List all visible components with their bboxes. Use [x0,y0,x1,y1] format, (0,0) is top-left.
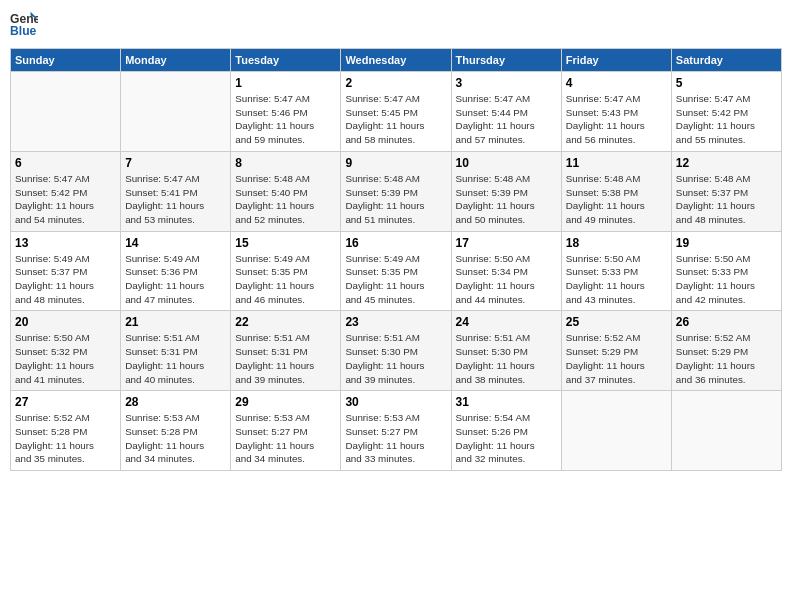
day-number: 23 [345,315,446,329]
day-number: 2 [345,76,446,90]
calendar-day-cell: 14Sunrise: 5:49 AM Sunset: 5:36 PM Dayli… [121,231,231,311]
day-info: Sunrise: 5:49 AM Sunset: 5:37 PM Dayligh… [15,252,116,307]
calendar-day-cell [561,391,671,471]
day-info: Sunrise: 5:47 AM Sunset: 5:45 PM Dayligh… [345,92,446,147]
calendar-header-row: SundayMondayTuesdayWednesdayThursdayFrid… [11,49,782,72]
calendar-day-cell: 22Sunrise: 5:51 AM Sunset: 5:31 PM Dayli… [231,311,341,391]
day-number: 1 [235,76,336,90]
day-info: Sunrise: 5:52 AM Sunset: 5:29 PM Dayligh… [676,331,777,386]
day-number: 16 [345,236,446,250]
page-header: General Blue [10,10,782,38]
day-info: Sunrise: 5:53 AM Sunset: 5:27 PM Dayligh… [235,411,336,466]
day-info: Sunrise: 5:52 AM Sunset: 5:29 PM Dayligh… [566,331,667,386]
day-number: 29 [235,395,336,409]
calendar-day-cell: 13Sunrise: 5:49 AM Sunset: 5:37 PM Dayli… [11,231,121,311]
calendar-day-cell: 16Sunrise: 5:49 AM Sunset: 5:35 PM Dayli… [341,231,451,311]
calendar-day-cell [121,72,231,152]
svg-text:Blue: Blue [10,24,37,38]
day-number: 22 [235,315,336,329]
day-header-tuesday: Tuesday [231,49,341,72]
calendar-day-cell: 6Sunrise: 5:47 AM Sunset: 5:42 PM Daylig… [11,151,121,231]
calendar-day-cell: 24Sunrise: 5:51 AM Sunset: 5:30 PM Dayli… [451,311,561,391]
day-number: 20 [15,315,116,329]
day-info: Sunrise: 5:47 AM Sunset: 5:42 PM Dayligh… [15,172,116,227]
day-number: 11 [566,156,667,170]
calendar-day-cell: 4Sunrise: 5:47 AM Sunset: 5:43 PM Daylig… [561,72,671,152]
calendar-day-cell: 9Sunrise: 5:48 AM Sunset: 5:39 PM Daylig… [341,151,451,231]
calendar-day-cell: 29Sunrise: 5:53 AM Sunset: 5:27 PM Dayli… [231,391,341,471]
calendar-day-cell: 23Sunrise: 5:51 AM Sunset: 5:30 PM Dayli… [341,311,451,391]
day-info: Sunrise: 5:51 AM Sunset: 5:30 PM Dayligh… [345,331,446,386]
day-number: 26 [676,315,777,329]
calendar-day-cell: 27Sunrise: 5:52 AM Sunset: 5:28 PM Dayli… [11,391,121,471]
calendar-day-cell: 5Sunrise: 5:47 AM Sunset: 5:42 PM Daylig… [671,72,781,152]
calendar-day-cell: 1Sunrise: 5:47 AM Sunset: 5:46 PM Daylig… [231,72,341,152]
day-number: 7 [125,156,226,170]
day-info: Sunrise: 5:47 AM Sunset: 5:44 PM Dayligh… [456,92,557,147]
calendar-table: SundayMondayTuesdayWednesdayThursdayFrid… [10,48,782,471]
day-header-monday: Monday [121,49,231,72]
day-info: Sunrise: 5:53 AM Sunset: 5:28 PM Dayligh… [125,411,226,466]
day-header-saturday: Saturday [671,49,781,72]
day-header-wednesday: Wednesday [341,49,451,72]
day-info: Sunrise: 5:52 AM Sunset: 5:28 PM Dayligh… [15,411,116,466]
day-number: 6 [15,156,116,170]
day-info: Sunrise: 5:48 AM Sunset: 5:38 PM Dayligh… [566,172,667,227]
logo-icon: General Blue [10,10,38,38]
calendar-day-cell: 26Sunrise: 5:52 AM Sunset: 5:29 PM Dayli… [671,311,781,391]
calendar-day-cell: 2Sunrise: 5:47 AM Sunset: 5:45 PM Daylig… [341,72,451,152]
day-number: 9 [345,156,446,170]
day-number: 13 [15,236,116,250]
day-number: 8 [235,156,336,170]
calendar-day-cell: 11Sunrise: 5:48 AM Sunset: 5:38 PM Dayli… [561,151,671,231]
calendar-day-cell: 30Sunrise: 5:53 AM Sunset: 5:27 PM Dayli… [341,391,451,471]
calendar-day-cell [671,391,781,471]
day-info: Sunrise: 5:47 AM Sunset: 5:42 PM Dayligh… [676,92,777,147]
day-number: 12 [676,156,777,170]
day-info: Sunrise: 5:50 AM Sunset: 5:33 PM Dayligh… [566,252,667,307]
day-number: 14 [125,236,226,250]
day-info: Sunrise: 5:50 AM Sunset: 5:34 PM Dayligh… [456,252,557,307]
day-info: Sunrise: 5:53 AM Sunset: 5:27 PM Dayligh… [345,411,446,466]
day-number: 10 [456,156,557,170]
day-info: Sunrise: 5:51 AM Sunset: 5:30 PM Dayligh… [456,331,557,386]
day-number: 30 [345,395,446,409]
day-info: Sunrise: 5:54 AM Sunset: 5:26 PM Dayligh… [456,411,557,466]
calendar-week-3: 13Sunrise: 5:49 AM Sunset: 5:37 PM Dayli… [11,231,782,311]
calendar-week-5: 27Sunrise: 5:52 AM Sunset: 5:28 PM Dayli… [11,391,782,471]
day-info: Sunrise: 5:48 AM Sunset: 5:40 PM Dayligh… [235,172,336,227]
calendar-day-cell: 8Sunrise: 5:48 AM Sunset: 5:40 PM Daylig… [231,151,341,231]
day-number: 4 [566,76,667,90]
day-number: 24 [456,315,557,329]
day-info: Sunrise: 5:50 AM Sunset: 5:32 PM Dayligh… [15,331,116,386]
day-info: Sunrise: 5:50 AM Sunset: 5:33 PM Dayligh… [676,252,777,307]
day-header-sunday: Sunday [11,49,121,72]
day-number: 15 [235,236,336,250]
day-info: Sunrise: 5:51 AM Sunset: 5:31 PM Dayligh… [235,331,336,386]
day-info: Sunrise: 5:51 AM Sunset: 5:31 PM Dayligh… [125,331,226,386]
calendar-day-cell: 19Sunrise: 5:50 AM Sunset: 5:33 PM Dayli… [671,231,781,311]
day-header-thursday: Thursday [451,49,561,72]
day-info: Sunrise: 5:47 AM Sunset: 5:43 PM Dayligh… [566,92,667,147]
calendar-day-cell: 3Sunrise: 5:47 AM Sunset: 5:44 PM Daylig… [451,72,561,152]
day-number: 5 [676,76,777,90]
day-number: 21 [125,315,226,329]
day-number: 31 [456,395,557,409]
day-info: Sunrise: 5:49 AM Sunset: 5:35 PM Dayligh… [235,252,336,307]
day-number: 28 [125,395,226,409]
day-number: 25 [566,315,667,329]
day-number: 18 [566,236,667,250]
calendar-day-cell: 28Sunrise: 5:53 AM Sunset: 5:28 PM Dayli… [121,391,231,471]
day-info: Sunrise: 5:48 AM Sunset: 5:39 PM Dayligh… [345,172,446,227]
day-number: 19 [676,236,777,250]
day-info: Sunrise: 5:48 AM Sunset: 5:37 PM Dayligh… [676,172,777,227]
calendar-week-1: 1Sunrise: 5:47 AM Sunset: 5:46 PM Daylig… [11,72,782,152]
calendar-day-cell: 18Sunrise: 5:50 AM Sunset: 5:33 PM Dayli… [561,231,671,311]
day-number: 17 [456,236,557,250]
calendar-week-4: 20Sunrise: 5:50 AM Sunset: 5:32 PM Dayli… [11,311,782,391]
calendar-day-cell: 15Sunrise: 5:49 AM Sunset: 5:35 PM Dayli… [231,231,341,311]
logo: General Blue [10,10,42,38]
calendar-day-cell: 17Sunrise: 5:50 AM Sunset: 5:34 PM Dayli… [451,231,561,311]
calendar-day-cell: 20Sunrise: 5:50 AM Sunset: 5:32 PM Dayli… [11,311,121,391]
calendar-day-cell: 21Sunrise: 5:51 AM Sunset: 5:31 PM Dayli… [121,311,231,391]
